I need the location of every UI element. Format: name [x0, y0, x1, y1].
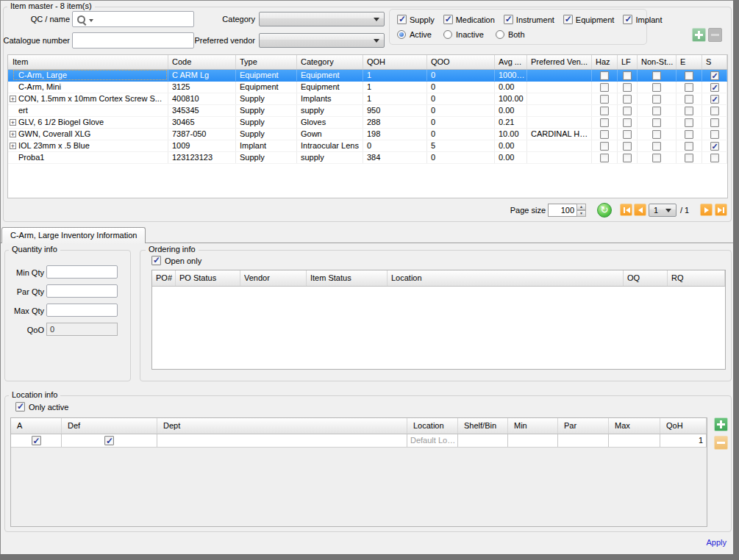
remove-item-button[interactable]	[708, 28, 722, 42]
location-column-header[interactable]: Min	[508, 418, 558, 434]
item-cell-vendor[interactable]	[527, 117, 592, 128]
item-cell-nonst[interactable]	[638, 129, 676, 140]
column-header[interactable]: Code	[168, 55, 236, 69]
spin-up-button[interactable]: ▲	[576, 204, 586, 210]
item-cell-type[interactable]: Equipment	[236, 82, 297, 93]
first-page-button[interactable]	[620, 204, 632, 216]
item-cell-vendor[interactable]	[527, 82, 592, 93]
item-cell-lf[interactable]	[618, 70, 638, 81]
item-cell-item[interactable]: C-Arm, Mini	[8, 82, 168, 93]
item-cell-s[interactable]	[702, 117, 727, 128]
ordering-column-header[interactable]: Vendor	[240, 270, 307, 286]
preferred-vendor-select[interactable]	[259, 33, 385, 48]
e-checkbox[interactable]	[685, 154, 693, 162]
s-checkbox[interactable]	[710, 71, 719, 80]
nonst-checkbox[interactable]	[652, 71, 661, 80]
item-cell-code[interactable]: 30465	[168, 117, 236, 128]
item-cell-category[interactable]: Gloves	[297, 117, 363, 128]
location-cell-par[interactable]	[558, 434, 609, 447]
item-cell-code[interactable]: C ARM Lg	[168, 70, 236, 81]
last-page-button[interactable]	[715, 204, 727, 216]
expander-icon[interactable]: +	[10, 119, 16, 126]
item-cell-haz[interactable]	[592, 152, 618, 163]
item-row[interactable]: C-Arm, LargeC ARM LgEquipmentEquipment10…	[8, 70, 727, 82]
haz-checkbox[interactable]	[600, 142, 609, 151]
add-item-button[interactable]	[692, 28, 706, 42]
item-cell-avg[interactable]: 0.21	[495, 117, 527, 128]
haz-checkbox[interactable]	[600, 154, 609, 162]
column-header[interactable]: Category	[297, 55, 363, 69]
item-cell-nonst[interactable]	[638, 140, 676, 151]
item-cell-category[interactable]: Equipment	[297, 70, 363, 81]
item-cell-e[interactable]	[676, 140, 702, 151]
nonst-checkbox[interactable]	[652, 142, 661, 151]
remove-location-button[interactable]	[714, 436, 728, 450]
location-column-header[interactable]: Location	[407, 418, 458, 434]
s-checkbox[interactable]	[710, 83, 719, 92]
item-cell-qoh[interactable]: 950	[363, 105, 427, 116]
active-radio[interactable]	[397, 30, 406, 39]
lf-checkbox[interactable]	[623, 130, 632, 139]
item-cell-haz[interactable]	[592, 140, 618, 151]
column-header[interactable]: QOH	[363, 55, 427, 69]
column-header[interactable]: Avg ...	[495, 55, 527, 69]
nonst-checkbox[interactable]	[652, 154, 661, 162]
item-cell-type[interactable]: Implant	[236, 140, 297, 151]
e-checkbox[interactable]	[685, 130, 693, 139]
item-cell-category[interactable]: Equipment	[297, 82, 363, 93]
column-header[interactable]: Type	[236, 55, 297, 69]
item-cell-item[interactable]: +GLV, 6 1/2 Biogel Glove	[8, 117, 168, 128]
item-cell-type[interactable]: Equipment	[236, 70, 297, 81]
item-cell-avg[interactable]: 0.00	[495, 152, 527, 163]
item-cell-code[interactable]: 7387-050	[168, 129, 236, 140]
item-cell-vendor[interactable]: CARDINAL HEA...	[527, 129, 592, 140]
location-cell-shelf_bin[interactable]	[458, 434, 508, 447]
item-row[interactable]: +GLV, 6 1/2 Biogel Glove30465SupplyGlove…	[8, 117, 727, 129]
item-cell-item[interactable]: +IOL 23mm x .5 Blue	[8, 140, 168, 151]
item-cell-haz[interactable]	[592, 93, 618, 104]
item-cell-qoh[interactable]: 1	[363, 93, 427, 104]
haz-checkbox[interactable]	[600, 107, 609, 115]
location-cell-a[interactable]	[11, 434, 62, 447]
expander-icon[interactable]: +	[10, 96, 16, 102]
item-cell-lf[interactable]	[618, 105, 638, 116]
s-checkbox[interactable]	[710, 95, 719, 104]
s-checkbox[interactable]	[710, 154, 719, 162]
spin-down-button[interactable]: ▼	[576, 210, 586, 217]
e-checkbox[interactable]	[685, 118, 693, 127]
item-cell-s[interactable]	[702, 82, 727, 93]
item-cell-haz[interactable]	[592, 129, 618, 140]
refresh-button[interactable]: ↻	[597, 203, 612, 218]
e-checkbox[interactable]	[685, 107, 693, 115]
column-header[interactable]: E	[676, 55, 702, 69]
tab-inventory-information[interactable]: C-Arm, Large Inventory Information	[1, 227, 146, 243]
item-cell-avg[interactable]: 10000...	[495, 70, 527, 81]
next-page-button[interactable]	[700, 204, 713, 216]
column-header[interactable]: Haz	[592, 55, 618, 69]
lf-checkbox[interactable]	[623, 107, 632, 115]
location-column-header[interactable]: Max	[609, 418, 660, 434]
s-checkbox[interactable]	[710, 130, 719, 139]
supply-checkbox[interactable]	[397, 15, 407, 24]
min-qty-input[interactable]	[46, 265, 118, 279]
item-row[interactable]: +CON, 1.5mm x 10mm Cortex Screw S...4008…	[8, 93, 727, 105]
item-cell-s[interactable]	[702, 105, 727, 116]
location-cell-qoh[interactable]: 1	[660, 434, 707, 447]
item-cell-lf[interactable]	[618, 140, 638, 151]
item-cell-qoo[interactable]: 0	[427, 70, 495, 81]
haz-checkbox[interactable]	[600, 130, 609, 139]
lf-checkbox[interactable]	[623, 83, 632, 92]
item-cell-e[interactable]	[676, 152, 702, 163]
item-cell-qoo[interactable]: 0	[427, 93, 495, 104]
item-cell-lf[interactable]	[618, 117, 638, 128]
nonst-checkbox[interactable]	[652, 83, 661, 92]
item-row[interactable]: ert345345Supplysupply95000.00	[8, 105, 727, 117]
item-cell-type[interactable]: Supply	[236, 129, 297, 140]
item-cell-category[interactable]: supply	[297, 105, 363, 116]
lf-checkbox[interactable]	[623, 71, 632, 80]
column-header[interactable]: Non-St...	[638, 55, 676, 69]
item-cell-qoo[interactable]: 0	[427, 82, 495, 93]
item-cell-qoh[interactable]: 1	[363, 82, 427, 93]
item-cell-item[interactable]: C-Arm, Large	[8, 70, 168, 81]
lf-checkbox[interactable]	[623, 95, 632, 104]
